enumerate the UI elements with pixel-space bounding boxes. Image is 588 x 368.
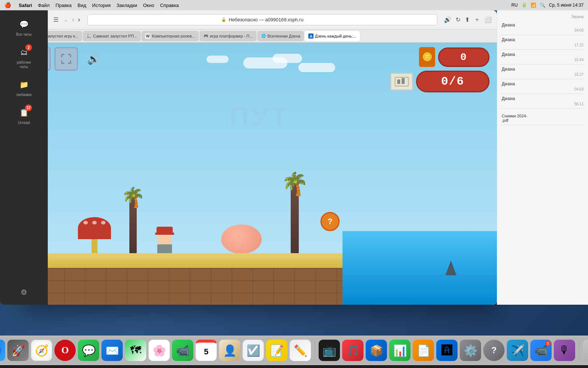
score-display: 0 (438, 47, 490, 67)
fullscreen-button[interactable] (54, 47, 78, 71)
dock-help[interactable]: ? (483, 340, 505, 361)
dock: 🗂 🚀 🧭 O 💬 ✉️ 🗺 🌸 📹 5 👤 ☑️ 📝 ✏️ 📺 🎵 (0, 336, 588, 365)
sidebar-item-unread[interactable]: 📋 37 Unread (0, 103, 48, 128)
dock-appletv[interactable]: 📺 (319, 340, 340, 361)
dock-numbers[interactable]: 📊 (389, 340, 410, 361)
dock-systemprefs[interactable]: ⚙️ (460, 340, 481, 361)
calendar-icon: 5 (204, 347, 208, 357)
audio-button[interactable]: 🔊 (443, 15, 452, 24)
dock-mail[interactable]: ✉️ (101, 340, 123, 361)
rp-item-2[interactable]: Диана 15.44 (500, 50, 585, 64)
menu-window[interactable]: Окно (143, 3, 154, 8)
tab-4[interactable]: 🌐 Вселенная Дзена (257, 31, 304, 41)
tab-label-5: Дзень каждый день:... (315, 34, 356, 38)
share-button[interactable]: ⬆ (464, 15, 470, 24)
coin-display: 🪙 (419, 47, 435, 67)
dock-messages[interactable]: 💬 (78, 340, 99, 361)
nav-arrows: ‹ › (71, 15, 82, 24)
security-icon: 🔓 (221, 17, 226, 22)
zoom-icon: 📹 (534, 344, 548, 357)
rp-time-0: 34:00 (574, 28, 584, 32)
sidebar-toggle-button[interactable]: ☰ (51, 16, 61, 24)
dock-music[interactable]: 🎵 (342, 340, 363, 361)
tab-2[interactable]: W Компьютерная ролев... (141, 31, 199, 41)
dock-transporter[interactable]: 📦 (366, 340, 387, 361)
sidebar-item-work-chats[interactable]: 🗂 2 рабочиечаты (0, 43, 48, 72)
tab-overview-button[interactable]: ⬜ (484, 15, 492, 24)
menu-edit[interactable]: Правка (55, 3, 72, 8)
dock-trash[interactable]: 🗑 (583, 340, 588, 361)
tab-favicon-5: Д (308, 33, 313, 39)
title-bar-right: 🔊 ↻ ⬆ ＋ ⬜ (443, 15, 492, 24)
podcasts-icon: 🎙 (559, 344, 570, 357)
rp-item-0[interactable]: Диана 34:00 (500, 20, 585, 35)
dock-podcasts[interactable]: 🎙 (554, 340, 575, 361)
url-text: Небезопасно — a0990169.xsph.ru (229, 17, 303, 22)
refresh-button[interactable]: ↻ (455, 15, 461, 24)
menu-bookmarks[interactable]: Закладки (116, 3, 137, 8)
contacts-icon: 👤 (223, 344, 237, 357)
sidebar-settings[interactable]: ⚙ (17, 286, 31, 299)
mushroom (78, 217, 111, 254)
tab-1[interactable]: 🛴 Самокат запустил РП... (83, 31, 141, 41)
tab-3[interactable]: 🎮 игра платформер - П... (200, 31, 257, 41)
dock-pages[interactable]: 📄 (413, 340, 434, 361)
dock-zoom[interactable]: 2 📹 (530, 340, 552, 361)
dock-opera[interactable]: O (54, 340, 76, 361)
menu-history[interactable]: История (92, 3, 111, 8)
dock-freeform[interactable]: ✏️ (290, 340, 311, 361)
dock-maps[interactable]: 🗺 (125, 340, 146, 361)
back-button[interactable]: ‹ (71, 15, 76, 24)
rp-snippet-6: Снимки 2024- (502, 114, 584, 118)
dock-notes[interactable]: 📝 (266, 340, 287, 361)
menu-file[interactable]: Файл (38, 3, 50, 8)
rp-header-4: Диана (502, 81, 584, 86)
game-scene: ПУТ (23, 43, 497, 305)
search-icon[interactable]: 🔍 (540, 3, 545, 8)
new-tab-button[interactable]: ＋ (473, 15, 481, 24)
sidebar-item-favorites[interactable]: 📁 любимки (0, 75, 48, 100)
level-progress: 0/6 (416, 71, 490, 92)
dock-finder[interactable]: 🗂 (0, 340, 5, 361)
tab-5[interactable]: Д Дзень каждый день:... (305, 31, 360, 41)
cloud-2 (273, 54, 302, 63)
rp-item-1[interactable]: Диана 17.22 (500, 35, 585, 50)
dock-telegram[interactable]: ✈️ (507, 340, 528, 361)
dock-photos[interactable]: 🌸 (148, 340, 170, 361)
dirt-blocks (23, 268, 343, 305)
level-icon (390, 73, 413, 91)
tab-favicon-3: 🎮 (203, 33, 208, 39)
address-bar[interactable]: 🔓 Небезопасно — a0990169.xsph.ru (87, 14, 437, 25)
rp-item-3[interactable]: Диана 15.27 (500, 64, 585, 79)
dock-safari[interactable]: 🧭 (31, 340, 52, 361)
mushroom-spots (83, 221, 105, 224)
menu-view[interactable]: Вид (78, 3, 86, 8)
dock-appstore[interactable]: 🅰 (436, 340, 458, 361)
game-content-area: ПУТ (23, 43, 497, 305)
rp-item-6[interactable]: Снимки 2024- .pdf (500, 112, 585, 125)
rp-time-1: 17.22 (574, 43, 584, 47)
rp-item-4[interactable]: Диана 04.03 (500, 79, 585, 94)
work-badge: 2 (25, 44, 32, 51)
sidebar-item-all-chats[interactable]: 💬 Все чаты (0, 15, 48, 40)
forward-button[interactable]: › (76, 15, 82, 24)
rp-header-2: Диана (502, 52, 584, 57)
menu-help[interactable]: Справка (160, 3, 179, 8)
menu-bar: 🍎 Safari Файл Правка Вид История Закладк… (0, 0, 588, 10)
palm-tree-1: 🌴 (122, 188, 144, 254)
settings-icon[interactable]: ⚙ (17, 286, 31, 299)
apple-menu[interactable]: 🍎 (4, 2, 11, 8)
all-chats-label: Все чаты (16, 32, 32, 37)
title-bar: ☰ ⌄ ‹ › 🔓 Небезопасно — a0990169.xsph.ru… (23, 10, 497, 29)
sound-button[interactable]: 🔊 (82, 47, 105, 71)
dock-calendar[interactable]: 5 (196, 340, 217, 361)
safari-icon: 🧭 (35, 344, 49, 357)
dock-facetime[interactable]: 📹 (172, 340, 193, 361)
dock-contacts[interactable]: 👤 (219, 340, 240, 361)
rp-item-5[interactable]: Диана 56.11 (500, 94, 585, 109)
dock-launchpad[interactable]: 🚀 (7, 340, 29, 361)
dock-reminders[interactable]: ☑️ (243, 340, 264, 361)
mushroom-spot-2 (92, 221, 97, 224)
opera-icon: O (61, 345, 69, 356)
app-name[interactable]: Safari (19, 3, 32, 8)
